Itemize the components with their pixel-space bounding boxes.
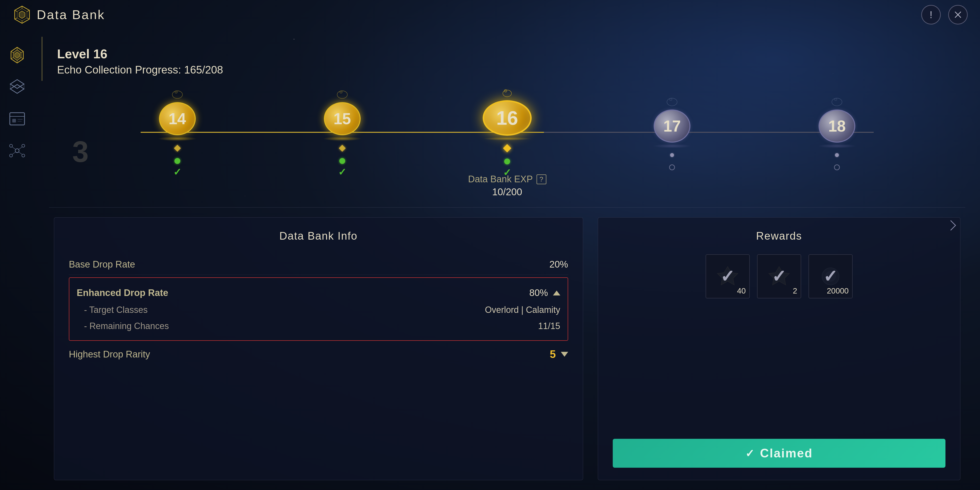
progress-track: 14 ✓ (49, 95, 965, 169)
svg-point-39 (175, 91, 177, 93)
milestone-16: 16 ✓ (485, 86, 529, 178)
check-14: ✓ (173, 166, 181, 178)
base-drop-rate-row: Base Drop Rate 20% (69, 254, 568, 275)
milestone-17: 17 (650, 94, 694, 170)
orb-base-14 (158, 137, 197, 141)
milestone-orb-18: 18 (815, 94, 859, 148)
claimed-button[interactable]: ✓ Claimed (613, 439, 945, 468)
milestone-orb-15: 15 (320, 87, 364, 141)
base-drop-rate-value: 20% (549, 259, 568, 270)
milestone-dot-14 (175, 158, 180, 164)
enhanced-drop-rate-row: Enhanced Drop Rate 80% (77, 284, 560, 302)
svg-line-36 (12, 152, 16, 154)
svg-point-32 (10, 154, 13, 157)
svg-point-41 (340, 91, 342, 93)
svg-marker-2 (19, 11, 25, 18)
milestones-container: 14 ✓ (49, 95, 965, 169)
track-marker-17 (670, 153, 674, 157)
rewards-panel: Rewards ✓ 40 (598, 217, 960, 480)
orb-15: 15 (324, 102, 361, 135)
main-container: Data Bank ! (0, 0, 980, 490)
milestone-dot-16 (504, 159, 510, 164)
svg-point-47 (834, 98, 837, 101)
svg-line-34 (12, 147, 16, 150)
highest-drop-rarity-row: Highest Drop Rarity 5 (69, 343, 568, 365)
app-icon (12, 5, 32, 24)
reward-check-2: ✓ (772, 266, 786, 286)
orb-18: 18 (819, 110, 855, 143)
svg-line-35 (19, 147, 22, 150)
sidebar-item-card[interactable] (6, 108, 28, 130)
app-title: Data Bank (37, 7, 105, 22)
orb-17: 17 (654, 110, 690, 143)
milestone-orb-17: 17 (650, 94, 694, 148)
reward-item-3: ✓ 20000 (808, 254, 853, 298)
bottom-section: Data Bank Info Base Drop Rate 20% Enhanc… (34, 207, 980, 490)
claimed-check-icon: ✓ (745, 447, 755, 460)
reward-count-1: 40 (737, 286, 746, 296)
svg-point-45 (670, 98, 672, 101)
chevron-down-icon[interactable] (561, 352, 568, 357)
highest-drop-rarity-value: 5 (550, 348, 568, 360)
info-button[interactable]: ! (921, 5, 941, 24)
remaining-chances-label: - Remaining Chances (84, 321, 169, 331)
svg-marker-20 (10, 80, 24, 88)
close-button[interactable] (948, 5, 968, 24)
orb-14: 14 (159, 102, 196, 135)
claimed-label: Claimed (760, 446, 813, 460)
svg-rect-24 (10, 113, 24, 125)
milestone-15: 15 ✓ (320, 87, 364, 178)
level-progress: Echo Collection Progress: 165/208 (57, 64, 965, 76)
rewards-title: Rewards (613, 230, 945, 242)
check-15: ✓ (338, 166, 347, 178)
milestone-14: 14 ✓ (155, 87, 199, 178)
exp-value: 10/200 (49, 186, 965, 197)
reward-check-3: ✓ (823, 266, 838, 286)
content-area: Level 16 Echo Collection Progress: 165/2… (34, 29, 980, 490)
svg-point-30 (10, 144, 13, 147)
orb-base-15 (323, 137, 362, 141)
top-right-buttons: ! (921, 5, 968, 24)
milestone-dot-18 (834, 164, 840, 170)
svg-point-31 (22, 144, 25, 147)
target-classes-label: - Target Classes (84, 305, 148, 315)
progress-section: 14 ✓ (34, 86, 980, 207)
reward-count-3: 20000 (827, 286, 849, 296)
reward-count-2: 2 (793, 286, 797, 296)
sidebar-item-network[interactable] (6, 140, 28, 162)
svg-point-43 (504, 89, 507, 92)
remaining-chances-value: 11/15 (538, 321, 560, 331)
sidebar-item-crystal[interactable] (6, 44, 28, 66)
svg-line-37 (19, 152, 22, 154)
milestone-orb-14: 14 (155, 87, 199, 141)
info-panel: Data Bank Info Base Drop Rate 20% Enhanc… (54, 217, 583, 480)
top-bar: Data Bank ! (0, 0, 980, 29)
svg-rect-26 (12, 119, 16, 123)
track-marker-16 (503, 144, 511, 153)
rewards-items: ✓ 40 ✓ 2 (613, 254, 945, 298)
highest-drop-rarity-label: Highest Drop Rarity (69, 349, 150, 360)
level-info: Level 16 Echo Collection Progress: 165/2… (41, 37, 980, 81)
track-marker-18 (835, 153, 839, 157)
track-marker-14 (174, 145, 181, 152)
next-arrow[interactable] (946, 201, 960, 250)
svg-point-33 (22, 154, 25, 157)
milestone-dot-17 (669, 164, 675, 170)
sidebar (0, 29, 34, 490)
orb-base-18 (817, 144, 856, 148)
enhanced-drop-rate-label: Enhanced Drop Rate (77, 288, 168, 298)
orb-16: 16 (483, 100, 531, 136)
base-drop-rate-label: Base Drop Rate (69, 259, 135, 270)
chevron-up-icon[interactable] (553, 291, 560, 296)
reward-item-2: ✓ 2 (757, 254, 801, 298)
orb-base-17 (652, 144, 692, 148)
sidebar-item-layers[interactable] (6, 76, 28, 98)
remaining-chances-row: - Remaining Chances 11/15 (77, 318, 560, 334)
milestone-orb-16: 16 (485, 86, 529, 140)
rarity-number: 5 (550, 348, 556, 360)
exp-question-icon[interactable]: ? (536, 175, 546, 184)
milestone-18: 18 (815, 94, 859, 170)
reward-check-1: ✓ (720, 266, 735, 286)
target-classes-row: - Target Classes Overlord | Calamity (77, 302, 560, 318)
orb-base-16 (483, 137, 531, 140)
